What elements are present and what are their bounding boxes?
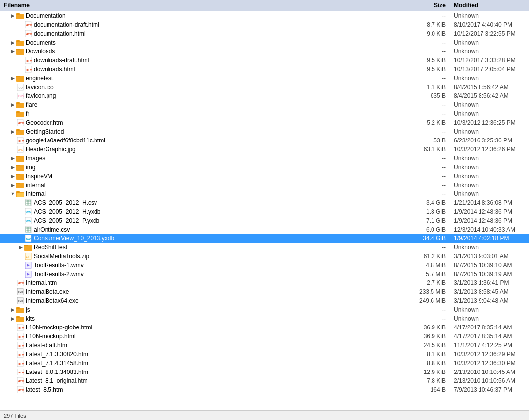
expand-button[interactable]: ▶ bbox=[10, 164, 16, 170]
expand-button[interactable] bbox=[18, 253, 24, 259]
list-item[interactable]: YXDACS_2005_2012_P.yxdb7.1 GiB1/9/2014 1… bbox=[0, 216, 529, 225]
expand-button[interactable] bbox=[10, 84, 16, 90]
list-item[interactable]: fr--Unknown bbox=[0, 109, 529, 118]
expand-button[interactable] bbox=[18, 22, 24, 28]
expand-button[interactable] bbox=[18, 66, 24, 72]
expand-button[interactable] bbox=[10, 120, 16, 126]
list-item[interactable]: ToolResults-1.wmv4.8 MiB8/7/2015 10:39:1… bbox=[0, 261, 529, 270]
list-item[interactable]: HTMLInternal.htm2.7 KiB3/1/2013 1:36:41 … bbox=[0, 279, 529, 287]
list-item[interactable]: EXEInternalBetax64.exe249.6 MiB3/1/2013 … bbox=[0, 296, 529, 305]
list-item[interactable]: ZIPSocialMediaTools.zip61.2 KiB3/1/2013 … bbox=[0, 252, 529, 261]
list-item[interactable]: HTMLLatest_8.1_original.htm7.8 KiB2/13/2… bbox=[0, 376, 529, 385]
list-item[interactable]: HTMLL10N-mockup.html36.9 KiB4/17/2017 8:… bbox=[0, 332, 529, 341]
expand-button[interactable] bbox=[10, 289, 16, 295]
list-item[interactable]: HTMLLatest-draft.htm24.5 KiB11/1/2017 4:… bbox=[0, 341, 529, 350]
list-item[interactable]: HTMLLatest_7.1.4.31458.htm8.8 KiB10/3/20… bbox=[0, 359, 529, 368]
list-item[interactable]: ▶Documents--Unknown bbox=[0, 38, 529, 47]
list-item[interactable]: ▶flare--Unknown bbox=[0, 100, 529, 109]
expand-button[interactable] bbox=[18, 271, 24, 277]
wmv-icon bbox=[24, 271, 32, 278]
expand-button[interactable]: ▶ bbox=[10, 40, 16, 46]
expand-button[interactable] bbox=[18, 31, 24, 37]
file-modified: Unknown bbox=[450, 12, 529, 19]
file-label: ToolResults-2.wmv bbox=[34, 271, 84, 278]
expand-button[interactable]: ▶ bbox=[10, 182, 16, 188]
list-item[interactable]: ▶Downloads--Unknown bbox=[0, 47, 529, 56]
expand-button[interactable] bbox=[18, 218, 24, 224]
expand-button[interactable] bbox=[10, 138, 16, 143]
file-label: Geocoder.htm bbox=[26, 119, 63, 126]
expand-button[interactable] bbox=[10, 360, 16, 366]
list-item[interactable]: YXDConsumerView_10_2013.yxdb34.4 GiB1/9/… bbox=[0, 234, 529, 243]
list-item[interactable]: ACS_2005_2012_H.csv3.4 GiB1/21/2014 8:36… bbox=[0, 198, 529, 207]
list-item[interactable]: HTMLLatest_7.1.3.30820.htm8.1 KiB10/3/20… bbox=[0, 350, 529, 359]
expand-button[interactable] bbox=[10, 342, 16, 348]
expand-button[interactable] bbox=[10, 280, 16, 286]
expand-button[interactable]: ▶ bbox=[10, 155, 16, 161]
list-item[interactable]: HTMLgoogle1a0aedf6f8cbd11c.html53 B6/23/… bbox=[0, 136, 529, 145]
expand-button[interactable]: ▶ bbox=[10, 316, 16, 322]
list-item[interactable]: ▶InspireVM--Unknown bbox=[0, 172, 529, 181]
list-item[interactable]: airOntime.csv6.0 GiB12/3/2014 10:40:33 A… bbox=[0, 225, 529, 234]
list-item[interactable]: PNGfavicon.png635 B8/4/2015 8:56:42 AM bbox=[0, 92, 529, 100]
expand-button[interactable] bbox=[18, 209, 24, 215]
expand-button[interactable] bbox=[10, 378, 16, 384]
expand-button[interactable]: ▶ bbox=[10, 13, 16, 19]
file-modified: 7/9/2013 10:46:37 PM bbox=[450, 386, 529, 393]
list-item[interactable]: ToolResults-2.wmv5.7 MiB8/7/2015 10:39:1… bbox=[0, 270, 529, 279]
expand-button[interactable] bbox=[18, 235, 24, 241]
list-item[interactable]: ▶internal--Unknown bbox=[0, 181, 529, 189]
expand-button[interactable] bbox=[18, 227, 24, 233]
expand-button[interactable] bbox=[10, 93, 16, 99]
filename-header[interactable]: Filename bbox=[0, 1, 405, 10]
expand-button[interactable]: ▶ bbox=[10, 307, 16, 313]
expand-button[interactable]: ▶ bbox=[10, 102, 16, 108]
list-item[interactable]: ▶js--Unknown bbox=[0, 305, 529, 314]
list-item[interactable]: JPGHeaderGraphic.jpg63.1 KiB10/3/2012 12… bbox=[0, 145, 529, 154]
file-list[interactable]: ▶Documentation--UnknownHTMLdocumentation… bbox=[0, 11, 529, 410]
modified-header[interactable]: Modified bbox=[450, 1, 529, 10]
list-item[interactable]: EXEInternalBeta.exe233.5 MiB3/1/2013 8:5… bbox=[0, 287, 529, 296]
expand-button[interactable] bbox=[18, 200, 24, 206]
expand-button[interactable]: ▶ bbox=[10, 48, 16, 54]
list-item[interactable]: HTMLlatest_8.5.htm164 B7/9/2013 10:46:37… bbox=[0, 385, 529, 394]
expand-button[interactable] bbox=[10, 325, 16, 330]
expand-button[interactable]: ▶ bbox=[10, 173, 16, 179]
expand-button[interactable]: ▶ bbox=[10, 75, 16, 81]
list-item[interactable]: ▶kits--Unknown bbox=[0, 314, 529, 323]
list-item[interactable]: ▶Images--Unknown bbox=[0, 154, 529, 163]
list-item[interactable]: HTMLL10N-mockup-globe.html36.9 KiB4/17/2… bbox=[0, 323, 529, 332]
list-item[interactable]: HTMLGeocoder.htm5.2 KiB10/3/2012 12:36:2… bbox=[0, 118, 529, 127]
expand-button[interactable]: ▶ bbox=[10, 129, 16, 135]
size-header[interactable]: Size bbox=[405, 1, 450, 10]
expand-button[interactable] bbox=[10, 111, 16, 117]
list-item[interactable]: HTMLdownloads.html9.5 KiB10/13/2017 2:05… bbox=[0, 65, 529, 74]
expand-button[interactable] bbox=[10, 298, 16, 304]
list-item[interactable]: ▶Documentation--Unknown bbox=[0, 11, 529, 20]
list-item[interactable]: HTMLdownloads-draft.html9.5 KiB10/12/201… bbox=[0, 56, 529, 65]
list-item[interactable]: HTMLdocumentation-draft.html8.7 KiB8/10/… bbox=[0, 20, 529, 29]
expand-button[interactable]: ▼ bbox=[10, 191, 16, 197]
yxdb-icon: YXD bbox=[24, 208, 32, 215]
list-item[interactable]: ▶GettingStarted--Unknown bbox=[0, 127, 529, 136]
list-item[interactable]: ▶enginetest--Unknown bbox=[0, 74, 529, 83]
list-item[interactable]: HTMLdocumentation.html9.0 KiB10/12/2017 … bbox=[0, 29, 529, 38]
html-icon: HTML bbox=[16, 360, 24, 367]
expand-button[interactable] bbox=[10, 351, 16, 357]
file-modified: 10/3/2012 12:36:26 PM bbox=[450, 146, 529, 153]
list-item[interactable]: ICOfavicon.ico1.1 KiB8/4/2015 8:56:42 AM bbox=[0, 83, 529, 92]
expand-button[interactable] bbox=[10, 369, 16, 375]
expand-button[interactable] bbox=[18, 262, 24, 268]
expand-button[interactable] bbox=[10, 333, 16, 339]
expand-button[interactable] bbox=[10, 146, 16, 152]
list-item[interactable]: HTMLLatest_8.0.1.34083.htm12.9 KiB2/13/2… bbox=[0, 368, 529, 376]
expand-button[interactable] bbox=[10, 387, 16, 393]
list-item[interactable]: YXDACS_2005_2012_H.yxdb1.8 GiB1/9/2014 1… bbox=[0, 207, 529, 216]
html-icon: HTML bbox=[16, 377, 24, 384]
html-icon: HTML bbox=[24, 57, 32, 64]
list-item[interactable]: ▶RedShiftTest--Unknown bbox=[0, 243, 529, 252]
expand-button[interactable] bbox=[18, 57, 24, 63]
expand-button[interactable]: ▶ bbox=[18, 244, 24, 250]
list-item[interactable]: ▶img--Unknown bbox=[0, 163, 529, 172]
list-item[interactable]: ▼Internal--Unknown bbox=[0, 189, 529, 198]
